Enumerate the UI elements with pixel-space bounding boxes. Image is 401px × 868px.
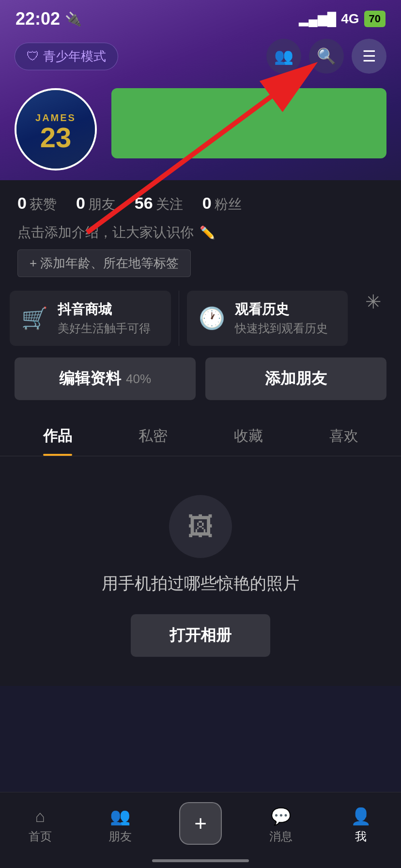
shop-title: 抖音商城: [58, 300, 151, 319]
top-nav: 🛡 青少年模式 👥 🔍 ☰: [0, 34, 401, 78]
followers-count: 0: [202, 194, 212, 213]
name-banner: [111, 88, 386, 158]
tab-works[interactable]: 作品: [10, 415, 105, 456]
nav-create[interactable]: +: [160, 802, 241, 849]
history-title: 观看历史: [235, 300, 328, 319]
battery-indicator: 70: [364, 11, 386, 27]
empty-state-text: 用手机拍过哪些惊艳的照片: [102, 573, 299, 595]
following-label: 关注: [156, 195, 183, 214]
friends-nav-label: 朋友: [108, 829, 132, 844]
create-button[interactable]: +: [179, 802, 222, 845]
home-label: 首页: [29, 829, 52, 844]
shop-text: 抖音商城 美好生活触手可得: [58, 300, 151, 336]
status-bar: 22:02 🔌 ▂▄▆█ 4G 70: [0, 0, 401, 34]
tab-favorites-label: 收藏: [234, 428, 263, 444]
tab-works-label: 作品: [43, 428, 72, 444]
profile-bottom: 0 获赞 0 朋友 56 关注 0 粉丝 点击添加介绍，让大家认识你 ✏️ + …: [0, 180, 401, 686]
tab-likes[interactable]: 喜欢: [296, 415, 391, 456]
top-nav-icons: 👥 🔍 ☰: [266, 39, 386, 74]
friends-nav-icon: 👥: [110, 806, 130, 826]
home-icon: ⌂: [35, 807, 46, 826]
history-action[interactable]: 🕐 观看历史 快速找到观看历史: [187, 291, 348, 346]
friends-icon-button[interactable]: 👥: [266, 39, 301, 74]
edit-profile-button[interactable]: 编辑资料 40%: [15, 357, 196, 400]
youth-mode-badge[interactable]: 🛡 青少年模式: [15, 43, 118, 70]
nav-friends[interactable]: 👥 朋友: [80, 806, 161, 844]
shop-icon: 🛒: [21, 306, 48, 331]
messages-label: 消息: [269, 829, 293, 844]
friends-count: 0: [76, 194, 85, 213]
time-display: 22:02: [15, 9, 60, 29]
nav-profile[interactable]: 👤 我: [321, 806, 401, 844]
add-tag-button[interactable]: + 添加年龄、所在地等标签: [17, 249, 191, 277]
shop-subtitle: 美好生活触手可得: [58, 321, 151, 336]
bio-section[interactable]: 点击添加介绍，让大家认识你 ✏️: [0, 223, 401, 249]
history-subtitle: 快速找到观看历史: [235, 321, 328, 336]
action-buttons: 编辑资料 40% 添加朋友: [0, 357, 401, 415]
home-indicator: [152, 859, 249, 862]
menu-icon: ☰: [362, 47, 376, 65]
search-icon-button[interactable]: 🔍: [309, 39, 344, 74]
content-tabs: 作品 私密 收藏 喜欢: [0, 415, 401, 456]
status-icons: ▂▄▆█ 4G 70: [299, 11, 386, 27]
photo-icon: 🖼: [187, 512, 214, 542]
status-time: 22:02 🔌: [15, 9, 82, 29]
shop-action[interactable]: 🛒 抖音商城 美好生活触手可得: [10, 291, 171, 346]
following-stat[interactable]: 56 关注: [135, 194, 183, 214]
friends-label: 朋友: [88, 195, 115, 214]
open-album-button[interactable]: 打开相册: [131, 614, 270, 657]
tags-row: + 添加年龄、所在地等标签: [0, 249, 401, 291]
tab-favorites[interactable]: 收藏: [200, 415, 296, 456]
empty-state: 🖼 用手机拍过哪些惊艳的照片 打开相册: [0, 456, 401, 686]
history-icon: 🕐: [199, 306, 225, 331]
divider: [179, 291, 179, 346]
tab-private[interactable]: 私密: [105, 415, 200, 456]
nav-messages[interactable]: 💬 消息: [241, 806, 321, 844]
followers-stat: 0 粉丝: [202, 194, 242, 214]
shield-icon: 🛡: [27, 49, 39, 64]
edit-bio-icon: ✏️: [200, 225, 215, 240]
likes-label: 获赞: [30, 195, 57, 214]
tab-likes-label: 喜欢: [329, 428, 358, 444]
quick-actions: 🛒 抖音商城 美好生活触手可得 🕐 观看历史 快速找到观看历史 ✳: [0, 291, 401, 357]
network-type: 4G: [341, 11, 359, 27]
likes-stat: 0 获赞: [17, 194, 57, 214]
likes-count: 0: [17, 194, 27, 213]
add-friend-label: 添加朋友: [265, 368, 327, 389]
edit-progress: 40%: [126, 372, 151, 387]
followers-label: 粉丝: [215, 195, 242, 214]
tab-private-label: 私密: [139, 428, 168, 444]
profile-nav-label: 我: [355, 829, 367, 844]
profile-section: JAMES 23: [0, 78, 401, 170]
add-tag-label: + 添加年龄、所在地等标签: [30, 255, 179, 272]
bio-placeholder-text: 点击添加介绍，让大家认识你: [17, 223, 194, 242]
youth-mode-label: 青少年模式: [43, 48, 106, 65]
add-friend-button[interactable]: 添加朋友: [205, 357, 386, 400]
avatar[interactable]: JAMES 23: [15, 88, 97, 170]
open-album-label: 打开相册: [170, 626, 231, 644]
messages-icon: 💬: [271, 806, 291, 826]
friends-icon: 👥: [274, 47, 293, 65]
bottom-nav: ⌂ 首页 👥 朋友 + 💬 消息 👤 我: [0, 792, 401, 868]
search-icon: 🔍: [317, 47, 336, 65]
empty-icon-circle: 🖼: [169, 495, 232, 558]
stats-row: 0 获赞 0 朋友 56 关注 0 粉丝: [0, 180, 401, 223]
friends-stat: 0 朋友: [76, 194, 115, 214]
plus-icon: +: [194, 811, 207, 836]
profile-icon: 👤: [351, 806, 371, 826]
edit-profile-label: 编辑资料: [59, 368, 121, 389]
menu-icon-button[interactable]: ☰: [352, 39, 386, 74]
signal-bars-icon: ▂▄▆█: [299, 12, 336, 27]
following-count: 56: [135, 194, 153, 213]
charging-icon: 🔌: [65, 11, 82, 27]
nav-home[interactable]: ⌂ 首页: [0, 807, 80, 844]
history-text: 观看历史 快速找到观看历史: [235, 300, 328, 336]
star-icon: ✳: [355, 291, 391, 346]
